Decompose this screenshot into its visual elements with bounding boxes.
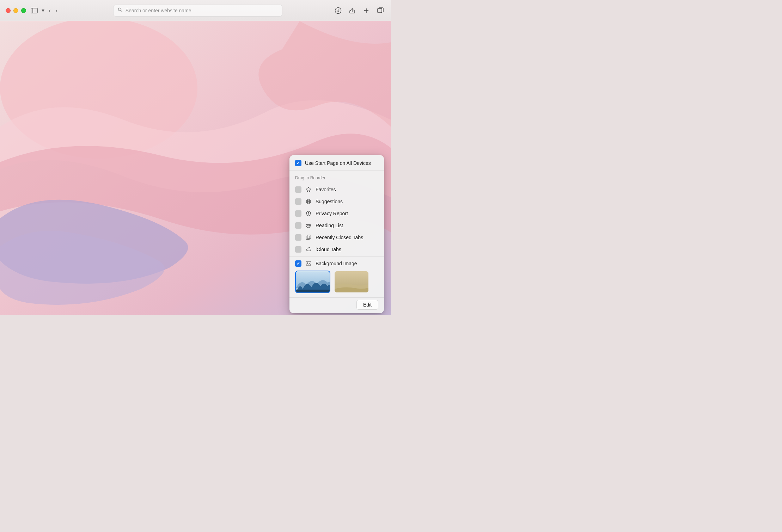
svg-rect-9 [378, 8, 382, 13]
recently-closed-tabs-icon [305, 234, 312, 241]
background-image-label: Background Image [316, 261, 357, 266]
background-image-icon [305, 260, 312, 267]
svg-rect-19 [307, 235, 311, 239]
svg-rect-20 [306, 261, 311, 266]
favorites-item[interactable]: Favorites [289, 184, 384, 196]
use-start-page-label: Use Start Page on All Devices [305, 160, 371, 166]
traffic-lights [6, 8, 26, 13]
background-image-row: Background Image [295, 260, 378, 267]
use-start-page-checkbox[interactable] [295, 160, 301, 166]
recently-closed-tabs-item[interactable]: Recently Closed Tabs [289, 231, 384, 243]
reading-list-icon [305, 222, 312, 229]
svg-point-2 [118, 8, 121, 11]
suggestions-icon [305, 198, 312, 205]
recently-closed-tabs-checkbox[interactable] [295, 234, 301, 241]
browser-content: Use Start Page on All Devices Drag to Re… [0, 21, 391, 315]
thumbnail-mountains[interactable] [295, 271, 330, 293]
reading-list-item[interactable]: Reading List [289, 219, 384, 231]
minimize-button[interactable] [13, 8, 18, 13]
svg-rect-23 [296, 290, 330, 293]
popup-panel: Use Start Page on All Devices Drag to Re… [289, 155, 384, 313]
suggestions-label: Suggestions [316, 199, 343, 204]
drag-to-reorder-section: Drag to Reorder [289, 171, 384, 183]
suggestions-checkbox[interactable] [295, 198, 301, 205]
sidebar-toggle-button[interactable] [30, 7, 38, 14]
forward-button[interactable]: › [53, 6, 59, 15]
edit-button-container: Edit [289, 297, 384, 313]
tab-overview-button[interactable] [375, 6, 385, 16]
close-button[interactable] [6, 8, 11, 13]
privacy-report-item[interactable]: Privacy Report [289, 208, 384, 219]
background-image-checkbox[interactable] [295, 260, 301, 267]
image-thumbnails [295, 271, 378, 293]
address-bar[interactable]: Search or enter website name [113, 5, 282, 17]
maximize-button[interactable] [21, 8, 26, 13]
svg-rect-18 [306, 236, 310, 240]
use-start-page-section: Use Start Page on All Devices [289, 155, 384, 171]
drag-to-reorder-label: Drag to Reorder [295, 175, 325, 180]
favorites-icon [305, 186, 312, 193]
icloud-tabs-checkbox[interactable] [295, 246, 301, 253]
svg-marker-12 [306, 187, 311, 192]
favorites-label: Favorites [316, 187, 336, 192]
svg-line-3 [121, 11, 122, 12]
share-button[interactable] [347, 6, 357, 16]
toolbar-chevron-button[interactable]: ▾ [39, 6, 47, 15]
address-bar-placeholder: Search or enter website name [126, 8, 191, 13]
address-bar-container: Search or enter website name [68, 5, 328, 17]
back-button[interactable]: ‹ [47, 6, 53, 15]
recently-closed-tabs-label: Recently Closed Tabs [316, 235, 363, 240]
icloud-tabs-icon [305, 246, 312, 253]
search-icon [118, 7, 123, 13]
toolbar-right [333, 6, 385, 16]
svg-rect-0 [31, 8, 37, 13]
use-start-page-row: Use Start Page on All Devices [295, 160, 378, 166]
reading-list-label: Reading List [316, 223, 343, 228]
download-button[interactable] [333, 6, 343, 16]
browser-chrome: ▾ ‹ › Search or enter website name [0, 0, 391, 21]
privacy-report-label: Privacy Report [316, 211, 348, 216]
svg-point-17 [308, 212, 309, 213]
background-image-section: Background Image [289, 256, 384, 297]
privacy-report-icon [305, 210, 312, 217]
suggestions-item[interactable]: Suggestions [289, 196, 384, 208]
nav-buttons: ‹ › [47, 6, 60, 15]
reading-list-checkbox[interactable] [295, 222, 301, 229]
privacy-report-checkbox[interactable] [295, 210, 301, 217]
new-tab-button[interactable] [361, 6, 371, 16]
favorites-checkbox[interactable] [295, 186, 301, 193]
icloud-tabs-item[interactable]: iCloud Tabs [289, 243, 384, 255]
section-items: Favorites Suggestions [289, 183, 384, 256]
edit-button[interactable]: Edit [356, 300, 378, 310]
thumbnail-desert[interactable] [334, 271, 369, 293]
icloud-tabs-label: iCloud Tabs [316, 247, 341, 252]
